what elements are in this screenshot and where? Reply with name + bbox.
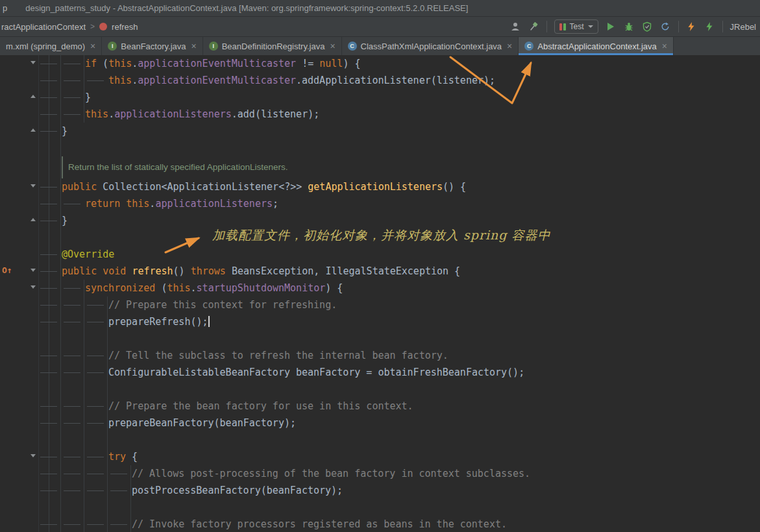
tab-whitespace: [38, 89, 62, 106]
code-line[interactable]: this.applicationEventMulticaster.addAppl…: [38, 72, 760, 89]
debug-button[interactable]: [624, 21, 635, 32]
run-icon: [607, 23, 614, 30]
close-icon[interactable]: ×: [191, 41, 196, 51]
tab-whitespace: [62, 448, 85, 465]
code-line[interactable]: // Invoke factory processors registered …: [38, 516, 760, 532]
breadcrumb-separator-icon: >: [90, 22, 95, 31]
tab-whitespace: [85, 516, 108, 532]
code-line[interactable]: @Override: [38, 246, 760, 263]
tab-whitespace: [85, 296, 108, 313]
code-line[interactable]: this.applicationListeners.add(listener);: [38, 106, 760, 123]
run-configuration-select[interactable]: Test: [554, 19, 598, 34]
tab-m-xml-spring-demo-[interactable]: m.xml (spring_demo)×: [0, 37, 102, 55]
code-line[interactable]: // Allows post-processing of the bean fa…: [38, 465, 760, 482]
javadoc-line: Return the list of statically specified …: [62, 156, 760, 178]
code-line[interactable]: synchronized (this.startupShutdownMonito…: [38, 280, 760, 296]
editor[interactable]: O↑ if (this.applicationEventMulticaster …: [0, 55, 760, 532]
fold-collapse-icon[interactable]: [31, 61, 36, 64]
code-line[interactable]: // Prepare the bean factory for use in t…: [38, 398, 760, 415]
coverage-shield-icon: [642, 21, 652, 32]
close-icon[interactable]: ×: [90, 41, 95, 51]
build-hammer-icon[interactable]: [528, 21, 539, 32]
code-line[interactable]: // Prepare this context for refreshing.: [38, 296, 760, 313]
blank-line[interactable]: [38, 499, 760, 516]
code-line[interactable]: ConfigurableListableBeanFactory beanFact…: [38, 364, 760, 381]
debug-bug-icon: [624, 21, 634, 32]
tab-whitespace: [38, 106, 62, 123]
breadcrumb-method[interactable]: refresh: [112, 22, 138, 32]
close-icon[interactable]: ×: [662, 41, 667, 51]
tab-bar: m.xml (spring_demo)×IBeanFactory.java×IB…: [0, 37, 760, 55]
tab-label: ClassPathXmlApplicationContext.java: [361, 42, 502, 51]
tab-whitespace: [38, 364, 62, 381]
run-button[interactable]: [606, 21, 617, 32]
tab-whitespace: [38, 212, 62, 229]
tab-whitespace: [62, 55, 85, 72]
fold-collapse-icon[interactable]: [31, 269, 36, 272]
tab-whitespace: [38, 347, 62, 364]
tab-whitespace: [85, 347, 108, 364]
code-line[interactable]: // Tell the subclass to refresh the inte…: [38, 347, 760, 364]
code-line[interactable]: if (this.applicationEventMulticaster != …: [38, 55, 760, 72]
code-line[interactable]: public void refresh() throws BeansExcept…: [38, 263, 760, 280]
code-line[interactable]: postProcessBeanFactory(beanFactory);: [38, 482, 760, 499]
tab-whitespace: [38, 123, 62, 139]
fold-expand-icon[interactable]: [31, 128, 36, 132]
tab-label: m.xml (spring_demo): [6, 42, 85, 51]
tab-abstractapplicationcontext-java[interactable]: CAbstractApplicationContext.java×: [519, 37, 674, 55]
jrebel-debug-icon[interactable]: [704, 21, 715, 32]
tab-whitespace: [38, 246, 62, 263]
code-line[interactable]: return this.applicationListeners;: [38, 195, 760, 212]
annotation-overlay-text: 加载配置文件，初始化对象，并将对象放入 spring 容器中: [212, 227, 551, 244]
tab-whitespace: [62, 89, 85, 106]
fold-collapse-icon[interactable]: [31, 454, 36, 457]
code-line[interactable]: try {: [38, 448, 760, 465]
tab-whitespace: [108, 516, 132, 532]
text-caret: [208, 316, 210, 327]
coverage-button[interactable]: [642, 21, 653, 32]
tab-beanfactory-java[interactable]: IBeanFactory.java×: [102, 37, 202, 55]
tab-beandefinitionregistry-java[interactable]: IBeanDefinitionRegistry.java×: [203, 37, 342, 55]
breadcrumb-class[interactable]: ractApplicationContext: [1, 22, 86, 32]
jrebel-label[interactable]: JRebel: [730, 22, 757, 32]
code-line[interactable]: prepareBeanFactory(beanFactory);: [38, 415, 760, 431]
tab-whitespace: [62, 195, 85, 212]
tab-classpathxmlapplicationcontext-java[interactable]: CClassPathXmlApplicationContext.java×: [342, 37, 519, 55]
tab-whitespace: [62, 482, 85, 499]
fold-expand-icon[interactable]: [31, 218, 36, 221]
ide-window: p design_patterns_study - AbstractApplic…: [0, 0, 760, 532]
tab-whitespace: [62, 516, 85, 532]
tab-whitespace: [38, 195, 62, 212]
code-line[interactable]: }: [38, 123, 760, 139]
blank-line[interactable]: [38, 330, 760, 347]
code-line[interactable]: prepareRefresh();: [38, 313, 760, 330]
rerun-button[interactable]: [660, 21, 671, 32]
title-bar: p design_patterns_study - AbstractApplic…: [0, 0, 760, 17]
tab-whitespace: [85, 448, 108, 465]
tab-whitespace: [62, 313, 85, 330]
fold-expand-icon[interactable]: [31, 95, 36, 98]
fold-collapse-icon[interactable]: [31, 184, 36, 187]
code-line[interactable]: public Collection<ApplicationListener<?>…: [38, 178, 760, 195]
tab-whitespace: [85, 415, 108, 431]
code-area[interactable]: if (this.applicationEventMulticaster != …: [38, 55, 760, 532]
user-icon[interactable]: [510, 21, 521, 32]
tab-whitespace: [85, 465, 108, 482]
blank-line[interactable]: [38, 139, 760, 156]
code-line[interactable]: }: [38, 89, 760, 106]
tab-whitespace: [38, 398, 62, 415]
fold-collapse-icon[interactable]: [31, 285, 36, 289]
editor-gutter[interactable]: [0, 55, 38, 532]
close-icon[interactable]: ×: [507, 41, 512, 51]
blank-line[interactable]: [38, 381, 760, 398]
tab-whitespace: [62, 398, 85, 415]
jrebel-run-icon[interactable]: [686, 21, 697, 32]
blank-line[interactable]: [38, 431, 760, 448]
close-icon[interactable]: ×: [330, 41, 335, 51]
tab-whitespace: [108, 482, 132, 499]
tab-whitespace: [62, 465, 85, 482]
tab-whitespace: [38, 296, 62, 313]
interface-file-icon: I: [108, 42, 117, 51]
tab-whitespace: [62, 347, 85, 364]
override-icon[interactable]: O↑: [2, 265, 12, 275]
